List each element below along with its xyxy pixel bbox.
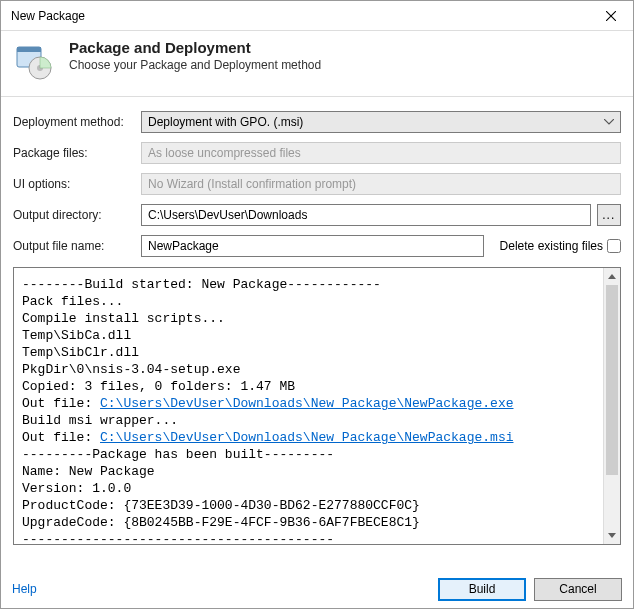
build-button[interactable]: Build <box>438 578 526 601</box>
build-log-content[interactable]: --------Build started: New Package------… <box>14 268 603 544</box>
output-directory-input[interactable] <box>141 204 591 226</box>
ui-options-select: No Wizard (Install confirmation prompt) <box>141 173 621 195</box>
form-area: Deployment method: Deployment with GPO. … <box>1 97 633 257</box>
deployment-method-label: Deployment method: <box>13 115 141 129</box>
scroll-thumb[interactable] <box>606 285 618 475</box>
cancel-button[interactable]: Cancel <box>534 578 622 601</box>
ui-options-label: UI options: <box>13 177 141 191</box>
browse-button[interactable]: ... <box>597 204 621 226</box>
header-subtitle: Choose your Package and Deployment metho… <box>69 58 321 72</box>
out-file-exe-link[interactable]: C:\Users\DevUser\Downloads\New Package\N… <box>100 396 513 411</box>
close-button[interactable] <box>588 1 633 30</box>
window-title: New Package <box>11 9 85 23</box>
package-wizard-icon <box>15 41 55 84</box>
output-file-name-input[interactable] <box>141 235 484 257</box>
footer: Help Build Cancel <box>0 569 634 609</box>
svg-rect-1 <box>17 47 41 52</box>
delete-existing-label: Delete existing files <box>500 239 603 253</box>
header-title: Package and Deployment <box>69 39 321 56</box>
titlebar: New Package <box>1 1 633 31</box>
build-log: --------Build started: New Package------… <box>13 267 621 545</box>
package-files-select: As loose uncompressed files <box>141 142 621 164</box>
header: Package and Deployment Choose your Packa… <box>1 31 633 97</box>
close-icon <box>606 11 616 21</box>
output-directory-label: Output directory: <box>13 208 141 222</box>
output-file-name-label: Output file name: <box>13 239 141 253</box>
scroll-down-icon[interactable] <box>604 527 620 544</box>
help-link[interactable]: Help <box>12 582 37 596</box>
log-scrollbar[interactable] <box>603 268 620 544</box>
scroll-up-icon[interactable] <box>604 268 620 285</box>
delete-existing-checkbox[interactable] <box>607 239 621 253</box>
deployment-method-select[interactable]: Deployment with GPO. (.msi) <box>141 111 621 133</box>
package-files-label: Package files: <box>13 146 141 160</box>
out-file-msi-link[interactable]: C:\Users\DevUser\Downloads\New Package\N… <box>100 430 513 445</box>
